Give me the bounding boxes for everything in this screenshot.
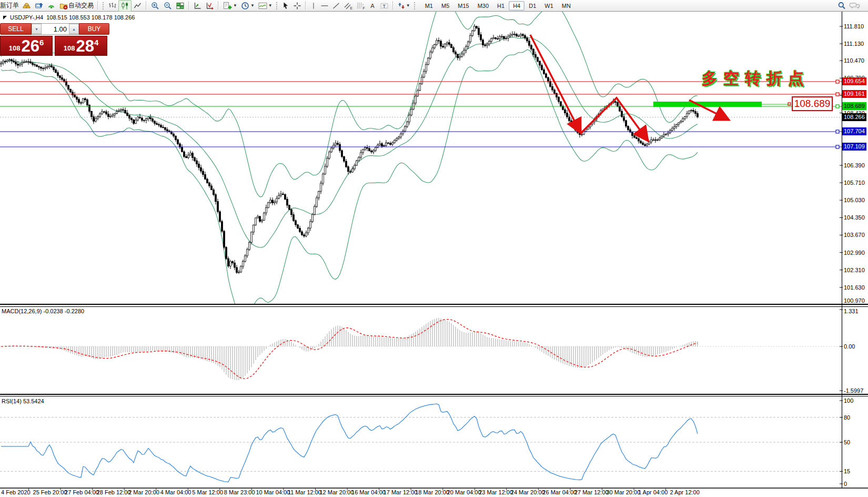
line-chart-icon[interactable] (132, 1, 144, 11)
one-click-trading-panel: SELL ▼ ▲ BUY 108266 108284 (0, 23, 109, 56)
timeframe-h1-button[interactable]: H1 (493, 1, 509, 11)
toolbar-separator (392, 1, 393, 10)
timeframe-m15-button[interactable]: M15 (453, 1, 473, 11)
svg-text:E: E (350, 6, 352, 9)
toolbar-grip[interactable] (276, 2, 278, 10)
level-price-callout[interactable]: 108.689 (792, 96, 833, 111)
main-toolbar: 新订单 自动交易 ▼ ▼ (0, 0, 868, 12)
symbol-ohlc-values: 108.515 108.553 108.178 108.266 (46, 14, 135, 21)
buy-price-display[interactable]: 108284 (55, 36, 107, 56)
add-indicator-button[interactable]: ▼ (221, 1, 239, 11)
terminal-upload-icon[interactable] (33, 1, 45, 11)
timeframe-m5-button[interactable]: M5 (437, 1, 453, 11)
candlestick-chart-icon[interactable] (118, 0, 132, 12)
rsi-indicator-label: RSI(14) 53.5424 (2, 398, 44, 404)
text-icon[interactable]: A (367, 1, 378, 11)
bar-chart-icon[interactable] (106, 1, 118, 11)
toolbar-separator (146, 1, 147, 10)
sell-price-main: 26 (21, 38, 39, 54)
new-order-button[interactable]: 新订单 (0, 1, 21, 11)
horizontal-line-icon[interactable] (319, 1, 330, 11)
svg-text:A: A (370, 3, 375, 9)
crosshair-icon[interactable] (291, 1, 303, 11)
toolbar-separator (188, 1, 189, 10)
volume-input[interactable] (42, 24, 69, 34)
cursor-icon[interactable] (280, 1, 291, 11)
templates-button[interactable]: ▼ (256, 1, 274, 11)
rsi-series (0, 404, 842, 482)
toolbar-separator (305, 1, 306, 10)
symbol-name: USDJPY-,H4 (10, 14, 43, 21)
buy-price-prefix: 108 (64, 44, 75, 52)
sell-price-display[interactable]: 108266 (0, 36, 53, 56)
indicator-window-icon[interactable] (204, 1, 216, 11)
timeframe-mn-button[interactable]: MN (558, 1, 575, 11)
zoom-in-icon[interactable] (149, 1, 162, 11)
chart-shift-marker-icon[interactable] (3, 16, 7, 19)
dropdown-caret-icon: ▼ (233, 3, 237, 8)
fibonacci-icon[interactable]: F (355, 1, 367, 11)
tile-windows-icon[interactable] (174, 1, 186, 11)
chat-icon[interactable] (848, 1, 862, 11)
timeframe-d1-button[interactable]: D1 (524, 1, 540, 11)
sell-button[interactable]: SELL (0, 23, 32, 35)
timeframe-h4-button[interactable]: H4 (509, 1, 524, 11)
buy-button[interactable]: BUY (79, 23, 109, 35)
dropdown-caret-icon: ▼ (406, 3, 410, 8)
sell-price-prefix: 108 (9, 44, 21, 52)
dropdown-caret-icon: ▼ (250, 3, 255, 8)
volume-decrease-button[interactable]: ▼ (32, 24, 42, 34)
svg-text:T: T (382, 3, 386, 8)
timeframe-w1-button[interactable]: W1 (540, 1, 558, 11)
vertical-line-icon[interactable] (308, 1, 319, 11)
macd-series (0, 318, 842, 381)
trend-arrow (581, 98, 648, 141)
chart-symbol-info: USDJPY-,H4 108.515 108.553 108.178 108.2… (3, 14, 135, 21)
equidistant-channel-icon[interactable]: E (342, 1, 355, 11)
indicators-list-icon[interactable] (191, 1, 204, 11)
timeframe-m1-button[interactable]: M1 (421, 1, 437, 11)
toolbar-grip[interactable] (102, 2, 105, 10)
volume-increase-button[interactable]: ▲ (69, 24, 79, 34)
arrow-objects-button[interactable]: ▼ (396, 1, 412, 11)
signal-icon[interactable] (45, 1, 57, 11)
trendline-icon[interactable] (330, 1, 342, 11)
auto-trading-label: 自动交易 (68, 1, 94, 10)
toolbar-grip[interactable] (413, 2, 416, 10)
text-label-icon[interactable]: T (378, 1, 390, 11)
auto-trading-button[interactable]: 自动交易 (57, 1, 95, 11)
macd-indicator-label: MACD(12,26,9) -0.0238 -0.2280 (2, 308, 84, 314)
timeframe-toolbar: M1M5M15M30H1H4D1W1MN (421, 1, 575, 11)
gold-ingots-icon[interactable] (21, 1, 33, 11)
periods-clock-button[interactable]: ▼ (239, 1, 256, 11)
search-icon[interactable] (835, 1, 848, 11)
turning-point-annotation[interactable]: 多空转折点 (702, 68, 810, 90)
highlight-zone-bar (653, 102, 762, 107)
buy-price-pip: 4 (94, 38, 98, 47)
volume-stepper: ▼ ▲ (32, 23, 79, 35)
sell-price-pip: 6 (39, 38, 44, 47)
zoom-out-icon[interactable] (162, 1, 174, 11)
svg-text:F: F (362, 6, 365, 9)
toolbar-separator (218, 1, 219, 10)
dropdown-caret-icon: ▼ (268, 3, 272, 8)
toolbar-separator (97, 1, 98, 10)
timeframe-m30-button[interactable]: M30 (473, 1, 493, 11)
new-order-label: 新订单 (0, 1, 19, 10)
buy-price-main: 28 (76, 38, 94, 54)
trend-arrow (530, 35, 581, 133)
